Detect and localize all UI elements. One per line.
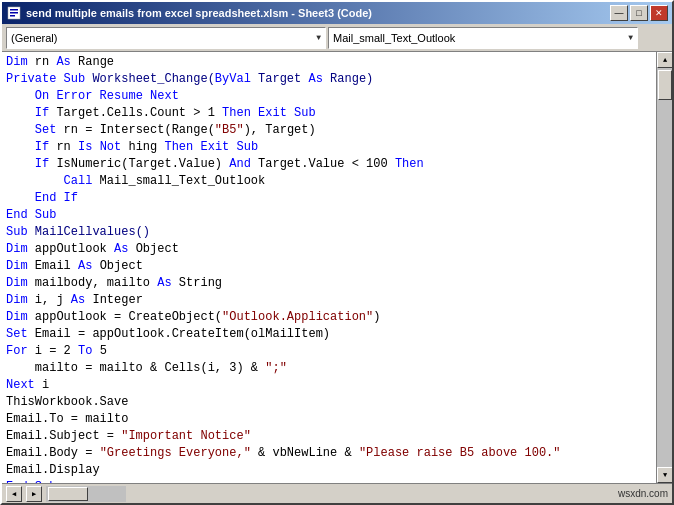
scroll-right-button[interactable]: ▶ — [26, 486, 42, 502]
code-line: Dim Email As Object — [6, 258, 652, 275]
title-controls: — □ ✕ — [610, 5, 668, 21]
watermark: wsxdn.com — [618, 488, 668, 499]
maximize-button[interactable]: □ — [630, 5, 648, 21]
code-area: Dim rn As Range Private Sub Worksheet_Ch… — [2, 52, 672, 483]
code-line: Dim mailbody, mailto As String — [6, 275, 652, 292]
macro-dropdown[interactable]: Mail_small_Text_Outlook ▼ — [328, 27, 638, 49]
code-line: Sub MailCellvalues() — [6, 224, 652, 241]
vertical-scrollbar: ▲ ▼ — [656, 52, 672, 483]
general-dropdown[interactable]: (General) ▼ — [6, 27, 326, 49]
code-line: For i = 2 To 5 — [6, 343, 652, 360]
general-dropdown-arrow: ▼ — [316, 33, 321, 42]
code-content[interactable]: Dim rn As Range Private Sub Worksheet_Ch… — [2, 52, 656, 483]
minimize-button[interactable]: — — [610, 5, 628, 21]
title-bar-left: send multiple emails from excel spreadsh… — [6, 5, 372, 21]
code-line: If Target.Cells.Count > 1 Then Exit Sub — [6, 105, 652, 122]
code-line: Dim appOutlook As Object — [6, 241, 652, 258]
scroll-down-button[interactable]: ▼ — [657, 467, 672, 483]
code-line: ThisWorkbook.Save — [6, 394, 652, 411]
code-line: Dim rn As Range — [6, 54, 652, 71]
status-bar: ◀ ▶ wsxdn.com — [2, 483, 672, 503]
code-line: End Sub — [6, 479, 652, 483]
code-line: Private Sub Worksheet_Change(ByVal Targe… — [6, 71, 652, 88]
window-icon — [6, 5, 22, 21]
horizontal-scroll-track — [46, 486, 126, 502]
code-line: mailto = mailto & Cells(i, 3) & ";" — [6, 360, 652, 377]
code-line: Set rn = Intersect(Range("B5"), Target) — [6, 122, 652, 139]
code-line: Email.To = mailto — [6, 411, 652, 428]
code-line: Email.Subject = "Important Notice" — [6, 428, 652, 445]
code-line: Set Email = appOutlook.CreateItem(olMail… — [6, 326, 652, 343]
macro-dropdown-arrow: ▼ — [628, 33, 633, 42]
main-window: send multiple emails from excel spreadsh… — [0, 0, 674, 505]
scroll-up-button[interactable]: ▲ — [657, 52, 672, 68]
code-line: Dim appOutlook = CreateObject("Outlook.A… — [6, 309, 652, 326]
svg-rect-3 — [10, 15, 15, 17]
status-left: ◀ ▶ — [6, 486, 126, 502]
svg-rect-1 — [10, 9, 18, 11]
code-line: Email.Display — [6, 462, 652, 479]
window-title: send multiple emails from excel spreadsh… — [26, 7, 372, 19]
code-line: If IsNumeric(Target.Value) And Target.Va… — [6, 156, 652, 173]
code-line: If rn Is Not hing Then Exit Sub — [6, 139, 652, 156]
toolbar: (General) ▼ Mail_small_Text_Outlook ▼ — [2, 24, 672, 52]
horizontal-scroll-thumb[interactable] — [48, 487, 88, 501]
code-line: Email.Body = "Greetings Everyone," & vbN… — [6, 445, 652, 462]
general-dropdown-label: (General) — [11, 32, 57, 44]
code-line: Next i — [6, 377, 652, 394]
code-line: End Sub — [6, 207, 652, 224]
scroll-track-v — [657, 68, 672, 467]
code-line: On Error Resume Next — [6, 88, 652, 105]
code-line: Call Mail_small_Text_Outlook — [6, 173, 652, 190]
code-line: Dim i, j As Integer — [6, 292, 652, 309]
close-button[interactable]: ✕ — [650, 5, 668, 21]
scroll-left-button[interactable]: ◀ — [6, 486, 22, 502]
scroll-thumb-v[interactable] — [658, 70, 672, 100]
svg-rect-2 — [10, 12, 18, 14]
title-bar: send multiple emails from excel spreadsh… — [2, 2, 672, 24]
macro-dropdown-label: Mail_small_Text_Outlook — [333, 32, 455, 44]
code-line: End If — [6, 190, 652, 207]
